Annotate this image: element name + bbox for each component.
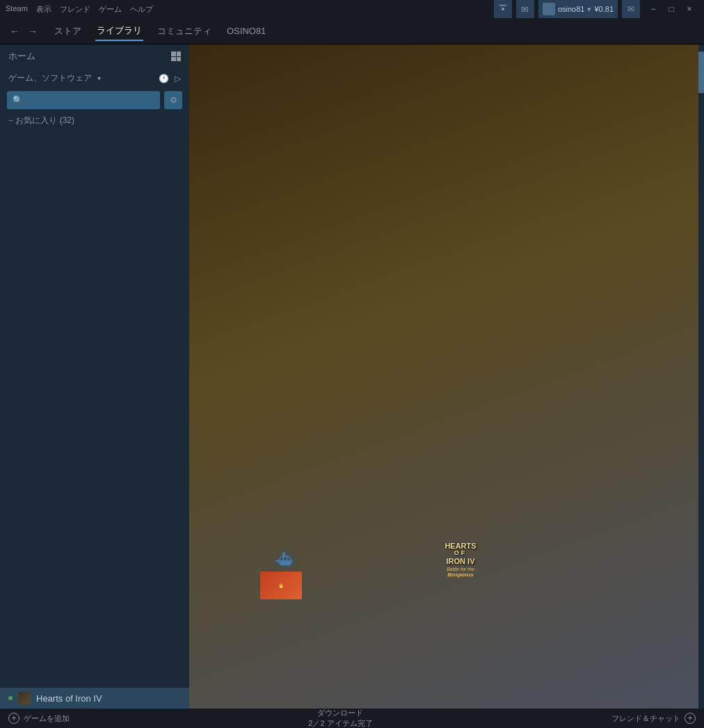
activity-main: アクティビティ 2020年12月18日 ⛴ 🔥 — [198, 430, 548, 644]
menu-help[interactable]: ヘルプ — [130, 4, 153, 15]
sidebar-favorites[interactable]: − お気に入り (32) — [0, 112, 189, 129]
balance-amount: ¥0.81 — [594, 5, 614, 13]
nav-arrows: ← → — [7, 24, 40, 38]
activity-card: ⛴ 🔥 ⚓ WORLD OF WARSHIPS — [198, 508, 548, 644]
scrollbar-track[interactable] — [698, 45, 704, 709]
download-status: 2／2 アイテム完了 — [308, 718, 372, 728]
titlebar-menu: Steam 表示 フレンド ゲーム ヘルプ — [6, 4, 153, 15]
sidebar: ホーム ゲーム、ソフトウェア ▾ 🕐 ▷ 🔍 ⚙ − お気に入り (32) — [0, 45, 189, 709]
sidebar-section-header: ゲーム、ソフトウェア ▾ 🕐 ▷ — [0, 68, 189, 88]
titlebar-controls: ✉ osino81 ▾ ¥0.81 ✉ − □ × — [494, 0, 698, 18]
game-icon — [18, 692, 31, 704]
chat-label: フレンド＆チャット — [611, 713, 680, 724]
statusbar-center: ダウンロード 2／2 アイテム完了 — [308, 708, 372, 728]
content-scroll[interactable]: HEARTS OF IRON IV Battle for the Bosporu… — [189, 45, 704, 709]
recent-icon[interactable]: 🕐 — [159, 74, 169, 83]
user-badge[interactable]: osino81 ▾ ¥0.81 — [538, 0, 618, 18]
download-label: ダウンロード — [308, 708, 372, 718]
nav-library[interactable]: ライブラリ — [95, 22, 143, 41]
statusbar-left[interactable]: + ゲームを追加 — [8, 713, 70, 724]
sidebar-game-item-hoi4[interactable]: Hearts of Iron IV — [0, 688, 189, 709]
search-icon: 🔍 — [13, 95, 23, 105]
menu-steam[interactable]: Steam — [6, 4, 28, 15]
nav-community[interactable]: コミュニティ — [156, 22, 213, 40]
titlebar: Steam 表示 フレンド ゲーム ヘルプ ✉ osino81 ▾ ¥0.81 … — [0, 0, 704, 18]
activity-img-hoi4: HEARTS OF IRON IV Battle for the Bosporu… — [373, 508, 548, 611]
forward-arrow[interactable]: → — [25, 24, 40, 38]
search-bar[interactable]: 🔍 — [7, 91, 160, 109]
navbar: ← → ストア ライブラリ コミュニティ OSINO81 — [0, 18, 704, 45]
username-label: osino81 — [558, 5, 585, 13]
svg-rect-0 — [502, 8, 504, 10]
back-arrow[interactable]: ← — [7, 24, 22, 38]
minimize-button[interactable]: − — [644, 0, 662, 18]
filter-button[interactable]: ⚙ — [164, 91, 182, 109]
notification-button[interactable]: ✉ — [516, 0, 534, 18]
section-dropdown-icon[interactable]: ▾ — [97, 74, 101, 82]
menu-game[interactable]: ゲーム — [99, 4, 122, 15]
chat-plus-icon: + — [685, 713, 696, 724]
close-button[interactable]: × — [680, 0, 698, 18]
scrollbar-thumb[interactable] — [698, 51, 704, 93]
favorites-label: − お気に入り (32) — [8, 115, 74, 127]
menu-view[interactable]: 表示 — [36, 4, 51, 15]
menu-friends[interactable]: フレンド — [60, 4, 90, 15]
sort-icon[interactable]: ▷ — [175, 74, 181, 83]
statusbar-right[interactable]: フレンド＆チャット + — [611, 713, 696, 724]
home-label: ホーム — [8, 50, 35, 63]
activity-section: アクティビティ 2020年12月18日 ⛴ 🔥 — [198, 430, 696, 644]
main-layout: ホーム ゲーム、ソフトウェア ▾ 🕐 ▷ 🔍 ⚙ − お気に入り (32) — [0, 45, 704, 709]
statusbar: + ゲームを追加 ダウンロード 2／2 アイテム完了 フレンド＆チャット + — [0, 709, 704, 728]
broadcast-button[interactable] — [494, 0, 512, 18]
activity-card-images: ⛴ 🔥 ⚓ WORLD OF WARSHIPS — [198, 508, 548, 611]
game-name-label: Hearts of Iron IV — [36, 693, 102, 704]
restore-button[interactable]: □ — [662, 0, 680, 18]
add-game-plus-icon: + — [8, 713, 19, 724]
balance-label: ▾ — [587, 5, 591, 14]
avatar — [543, 3, 555, 15]
nav-store[interactable]: ストア — [53, 22, 83, 40]
grid-view-icon[interactable] — [171, 51, 181, 61]
nav-username[interactable]: OSINO81 — [225, 23, 267, 39]
filter-icon: ⚙ — [170, 95, 177, 105]
game-status-dot — [8, 696, 13, 700]
sidebar-home[interactable]: ホーム — [0, 45, 189, 68]
mail-button[interactable]: ✉ — [622, 0, 640, 18]
content-area: HEARTS OF IRON IV Battle for the Bosporu… — [189, 45, 704, 709]
add-game-label: ゲームを追加 — [24, 713, 70, 724]
window-controls: − □ × — [644, 0, 698, 18]
section-label: ゲーム、ソフトウェア — [8, 72, 92, 84]
